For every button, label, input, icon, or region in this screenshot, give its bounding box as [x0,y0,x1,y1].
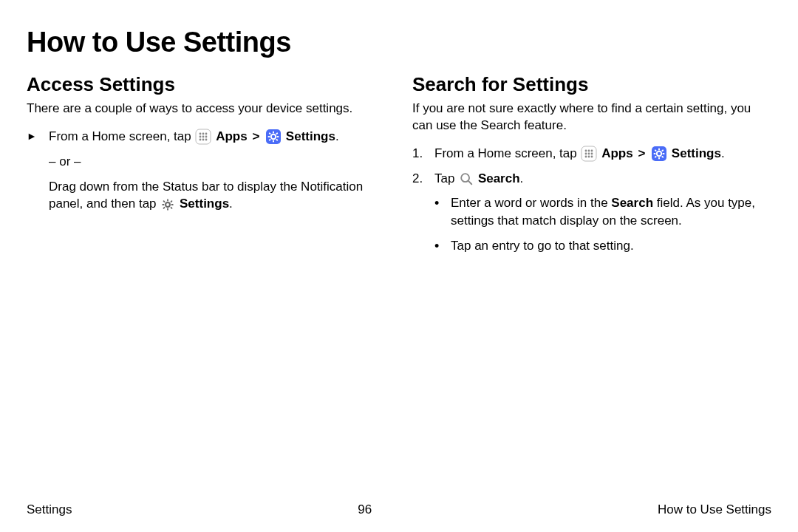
step-content: From a Home screen, tap Apps > [434,145,771,163]
step-content: Tap Search. [434,170,771,188]
bullet-tap-entry: • Tap an entry to go to that setting. [434,237,771,256]
svg-rect-43 [654,153,656,154]
settings-gear-gray-icon [160,197,175,212]
footer-page-number: 96 [358,502,372,517]
settings-gear-blue-icon [651,146,667,162]
or-separator: – or – [49,153,386,171]
footer-left: Settings [27,502,72,517]
svg-rect-14 [268,136,270,137]
text: From a Home screen, tap [434,146,580,160]
period: . [721,146,725,160]
settings-label: Settings [286,129,335,143]
svg-point-6 [205,136,208,138]
page-title: How to Use Settings [27,27,771,58]
heading-search-settings: Search for Settings [412,73,771,96]
svg-point-3 [205,133,208,135]
bullet-dot-icon: • [434,237,451,256]
period: . [520,171,524,185]
svg-rect-13 [273,140,274,143]
step-2: 2. Tap Search. [412,170,771,188]
svg-point-8 [202,139,205,141]
svg-point-1 [200,133,202,135]
apps-grid-icon [581,146,597,162]
svg-point-37 [588,156,590,158]
svg-point-20 [166,202,170,207]
svg-point-30 [585,150,587,152]
apps-label: Apps [601,146,633,160]
svg-point-9 [205,139,208,141]
svg-rect-21 [167,199,168,201]
intro-search: If you are not sure exactly where to fin… [412,100,771,134]
svg-rect-44 [663,153,665,154]
settings-label: Settings [672,146,721,160]
svg-rect-25 [163,200,166,203]
footer-right: How to Use Settings [658,502,771,517]
svg-point-35 [591,153,593,155]
search-magnifier-icon [459,171,474,186]
apps-grid-icon [195,129,211,145]
bullet-content: Enter a word or words in the Search fiel… [451,194,771,230]
number-2: 2. [412,170,434,188]
svg-rect-26 [171,206,174,209]
svg-point-38 [591,156,593,158]
svg-rect-27 [170,200,173,203]
svg-point-4 [200,136,202,138]
bullet-enter-word: • Enter a word or words in the Search fi… [434,194,771,230]
period: . [335,129,339,143]
chevron-separator: > [638,146,645,160]
settings-label: Settings [180,197,229,211]
heading-access-settings: Access Settings [27,73,386,96]
search-label: Search [478,171,520,185]
text: From a Home screen, tap [49,129,194,143]
svg-point-34 [588,153,590,155]
svg-rect-42 [658,157,660,160]
svg-point-31 [588,150,590,152]
apps-label: Apps [216,129,248,143]
svg-rect-12 [273,132,274,134]
number-1: 1. [412,145,434,163]
svg-rect-22 [167,208,168,210]
settings-gear-blue-icon [265,129,282,145]
step-drag-notification: Drag down from the Status bar to display… [49,178,386,214]
step-home-apps-settings: ► From a Home screen, tap [27,128,386,146]
intro-access: There are a couple of ways to access you… [27,100,386,117]
svg-point-33 [585,153,587,155]
play-marker-icon: ► [27,128,49,146]
svg-rect-28 [163,206,166,209]
svg-point-7 [200,139,202,141]
svg-rect-41 [658,149,660,151]
page-footer: Settings 96 How to Use Settings [27,502,771,517]
svg-line-50 [468,181,471,184]
svg-point-2 [202,133,205,135]
col-access-settings: Access Settings There are a couple of wa… [27,73,386,263]
svg-point-36 [585,156,587,158]
step-1: 1. From a Home screen, tap [412,145,771,163]
search-bold: Search [611,196,653,210]
bullet-dot-icon: • [434,194,451,230]
col-search-settings: Search for Settings If you are not sure … [412,73,771,263]
text: Enter a word or words in the [451,196,611,210]
svg-rect-23 [163,204,165,205]
text: Tap [434,171,458,185]
svg-rect-15 [277,136,279,137]
bullet-content: Tap an entry to go to that setting. [451,237,771,256]
period: . [229,197,233,211]
step-content: From a Home screen, tap Apps > [49,128,386,146]
svg-rect-24 [171,204,174,205]
svg-point-32 [591,150,593,152]
svg-point-5 [202,136,205,138]
chevron-separator: > [252,129,259,143]
